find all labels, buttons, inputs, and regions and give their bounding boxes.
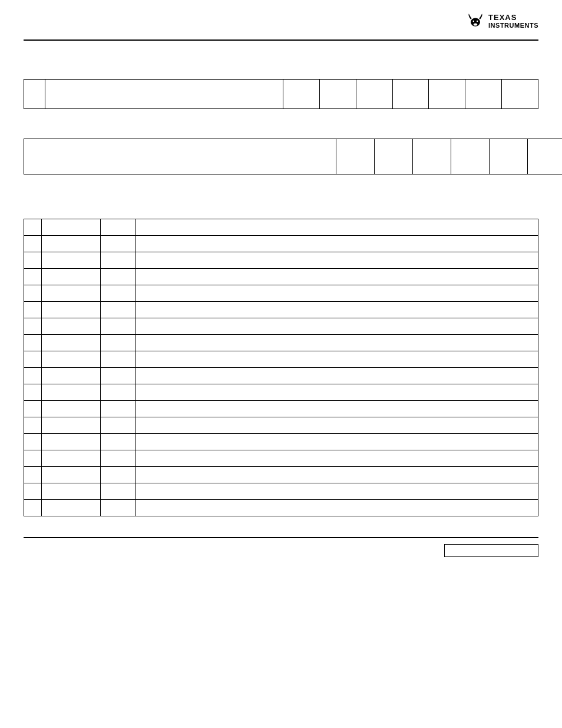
footer: [24, 544, 538, 557]
table3-cell-wide-7: [136, 335, 538, 351]
table3-cell-mid-0: [42, 219, 101, 236]
logo-instruments: INSTRUMENTS: [488, 22, 538, 29]
table2-cell-5: [451, 139, 490, 174]
table3-cell-num-9: [24, 368, 42, 384]
table3-cell-num-6: [24, 318, 42, 335]
svg-point-1: [473, 21, 474, 22]
table2-cell-3: [375, 139, 413, 174]
table3-cell-mid-10: [42, 384, 101, 401]
table3-cell-small-16: [101, 483, 136, 500]
table3-cell-small-5: [101, 302, 136, 318]
table3-cell-wide-8: [136, 351, 538, 368]
table3-cell-small-8: [101, 351, 136, 368]
table1-cell-8: [465, 80, 502, 109]
spacer-2: [24, 67, 538, 79]
table3-cell-small-10: [101, 384, 136, 401]
table3-cell-num-4: [24, 285, 42, 302]
table3-cell-mid-5: [42, 302, 101, 318]
table3-cell-mid-12: [42, 417, 101, 434]
table3-cell-small-13: [101, 434, 136, 450]
table2-cell-2: [336, 139, 375, 174]
table3-cell-mid-9: [42, 368, 101, 384]
table3-cell-num-12: [24, 417, 42, 434]
table1-cell-2: [45, 80, 283, 109]
table3-cell-num-10: [24, 384, 42, 401]
table3-row: [24, 368, 538, 384]
table2: [24, 139, 562, 174]
table3-cell-wide-6: [136, 318, 538, 335]
table3-cell-small-2: [101, 252, 136, 269]
table3-cell-wide-2: [136, 252, 538, 269]
table3-cell-small-15: [101, 467, 136, 483]
table3-cell-mid-14: [42, 450, 101, 467]
table3-cell-small-4: [101, 285, 136, 302]
table3-cell-num-17: [24, 500, 42, 516]
table3-row: [24, 252, 538, 269]
table3-cell-mid-17: [42, 500, 101, 516]
table3-cell-mid-16: [42, 483, 101, 500]
footer-box: [444, 544, 538, 557]
table1-row: [24, 80, 538, 109]
ti-logo-icon: [466, 12, 485, 31]
table3-row: [24, 269, 538, 285]
table3-cell-mid-4: [42, 285, 101, 302]
table2-cell-4: [413, 139, 451, 174]
table3-cell-wide-4: [136, 285, 538, 302]
spacer-1: [24, 55, 538, 67]
table3-cell-small-3: [101, 269, 136, 285]
table3-row: [24, 219, 538, 236]
table3-cell-mid-13: [42, 434, 101, 450]
table3-cell-small-11: [101, 401, 136, 417]
table3-cell-num-0: [24, 219, 42, 236]
table3-cell-wide-14: [136, 450, 538, 467]
table3-cell-wide-1: [136, 236, 538, 252]
table3-cell-small-14: [101, 450, 136, 467]
table3-cell-wide-16: [136, 483, 538, 500]
table3-cell-num-14: [24, 450, 42, 467]
table1-cell-6: [392, 80, 429, 109]
table2-cell-1: [24, 139, 336, 174]
table3-cell-num-16: [24, 483, 42, 500]
table3-row: [24, 318, 538, 335]
table3-cell-num-8: [24, 351, 42, 368]
table3-cell-num-7: [24, 335, 42, 351]
table2-container: [24, 139, 538, 174]
table3-cell-mid-8: [42, 351, 101, 368]
table3-row: [24, 467, 538, 483]
table1-cell-3: [283, 80, 320, 109]
table3-cell-num-5: [24, 302, 42, 318]
table3-cell-num-1: [24, 236, 42, 252]
table3-cell-small-12: [101, 417, 136, 434]
table3-cell-num-3: [24, 269, 42, 285]
table3-cell-num-13: [24, 434, 42, 450]
svg-point-2: [477, 21, 478, 22]
table3-row: [24, 236, 538, 252]
table3: [24, 219, 538, 516]
svg-point-3: [474, 24, 477, 26]
table1-container: [24, 79, 538, 109]
table3-row: [24, 351, 538, 368]
spacer-5: [24, 207, 538, 219]
spacer-3: [24, 127, 538, 139]
table3-cell-small-17: [101, 500, 136, 516]
table3-cell-num-2: [24, 252, 42, 269]
ti-logo: TEXAS INSTRUMENTS: [466, 12, 538, 31]
table1: [24, 79, 538, 109]
table2-cell-6: [490, 139, 528, 174]
table3-row: [24, 483, 538, 500]
table3-row: [24, 500, 538, 516]
table3-cell-mid-7: [42, 335, 101, 351]
table3-cell-wide-12: [136, 417, 538, 434]
table3-cell-small-9: [101, 368, 136, 384]
table3-cell-wide-17: [136, 500, 538, 516]
table3-cell-small-6: [101, 318, 136, 335]
table3-cell-small-7: [101, 335, 136, 351]
table1-cell-4: [319, 80, 356, 109]
table3-cell-wide-13: [136, 434, 538, 450]
table3-cell-mid-3: [42, 269, 101, 285]
table1-cell-9: [502, 80, 538, 109]
header: TEXAS INSTRUMENTS: [24, 12, 538, 37]
table3-cell-num-11: [24, 401, 42, 417]
table3-cell-small-1: [101, 236, 136, 252]
table3-cell-mid-2: [42, 252, 101, 269]
